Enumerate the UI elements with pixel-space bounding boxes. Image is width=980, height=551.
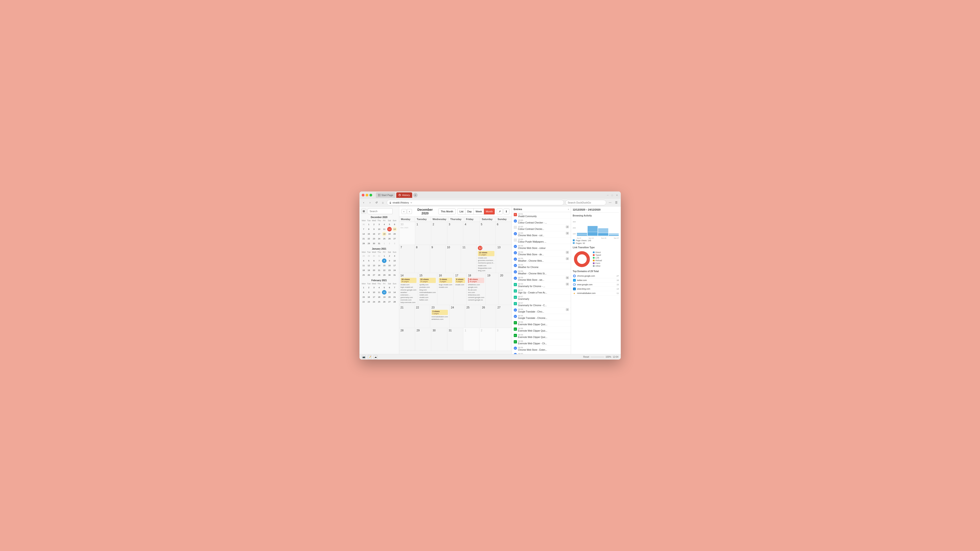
- cal-event-dec14[interactable]: 39 views 28 pages: [401, 278, 417, 283]
- status-sync-icon[interactable]: ☁: [374, 355, 378, 359]
- cal-cell-dec2[interactable]: 2: [431, 222, 447, 245]
- cal-next-button[interactable]: ›: [407, 209, 412, 214]
- reset-label[interactable]: Reset: [583, 356, 589, 358]
- entry-colour-contrast-2[interactable]: 10:00 Colour Contrast Checke... 2: [512, 225, 571, 231]
- cal-cell-dec12[interactable]: 12 13 views 11 pages vivaldi.comgrocerie…: [476, 245, 496, 273]
- cal-cell-dec3[interactable]: 3: [447, 222, 463, 245]
- cal-cell-jan2[interactable]: 2: [479, 328, 496, 351]
- entry-grammarly-chrome-2[interactable]: G 09:57 Grammarly for Chrome - C...: [512, 301, 571, 308]
- cal-cell-dec20[interactable]: 20: [499, 273, 512, 305]
- back-button[interactable]: ‹: [361, 200, 366, 205]
- entry-evernote-3[interactable]: E 09:56 Evernote Web Clipper Quic...: [512, 333, 571, 339]
- cal-cell-dec9[interactable]: 9: [430, 245, 445, 273]
- new-tab-button[interactable]: +: [413, 193, 418, 197]
- cal-cell-dec29[interactable]: 29: [415, 328, 431, 351]
- win-minimize-icon[interactable]: ─: [606, 194, 609, 197]
- cal-cell-dec1[interactable]: 1: [415, 222, 431, 245]
- entry-colour-purple[interactable]: 10:00 Colour Purple Wallpapers ...: [512, 238, 571, 244]
- domain-minimalistbaker[interactable]: ★ minimalistbaker.com 11: [573, 291, 619, 295]
- cal-cell-nov30[interactable]: 30 Dec 2020: [399, 222, 415, 245]
- entry-chrome-store-colour[interactable]: G 09:59 Chrome Web Store - colour: [512, 244, 571, 250]
- cal-cell-jan3[interactable]: 3: [496, 328, 512, 351]
- entry-grammarly-main[interactable]: G 09:57 Grammarly: [512, 295, 571, 301]
- cal-cell-dec27[interactable]: 27: [496, 305, 511, 328]
- cal-cell-dec25[interactable]: 25: [465, 305, 480, 328]
- url-bar[interactable]: vivaldi://history: [387, 200, 564, 205]
- cal-cell-dec5[interactable]: 5: [479, 222, 496, 245]
- tab-start-page[interactable]: Start Page: [376, 192, 396, 198]
- status-camera-icon[interactable]: 📷: [362, 355, 366, 359]
- cal-cell-dec31[interactable]: 31: [447, 328, 463, 351]
- entry-vivaldi-community[interactable]: V 10:01 Vivaldi Community: [512, 212, 571, 219]
- cal-cell-dec11[interactable]: 11: [461, 245, 476, 273]
- reload-button[interactable]: ↺: [374, 200, 379, 205]
- view-month-button[interactable]: Month: [484, 208, 495, 214]
- mini-search-input[interactable]: [368, 208, 393, 214]
- entry-evernote-ch[interactable]: E 09:56 Evernote Web Clipper - Ch...: [512, 339, 571, 346]
- cal-cell-dec8[interactable]: 8: [415, 245, 430, 273]
- cal-cell-dec16[interactable]: 16 3 views 3 pages bugs.vivaldi.comvival…: [438, 273, 454, 305]
- cal-cell-dec10[interactable]: 10: [445, 245, 461, 273]
- forward-button[interactable]: ›: [368, 200, 373, 205]
- view-week-button[interactable]: Week: [474, 208, 484, 214]
- cal-cell-dec26[interactable]: 26: [480, 305, 496, 328]
- cal-cell-dec21[interactable]: 21: [399, 305, 415, 328]
- cal-cell-dec7[interactable]: 7: [399, 245, 415, 273]
- win-close-icon[interactable]: ✕: [615, 194, 619, 197]
- domain-google[interactable]: www.google.com 15: [573, 283, 619, 287]
- cal-event-dec12[interactable]: 13 views 11 pages: [478, 251, 495, 256]
- entries-expand-icon[interactable]: ›: [568, 208, 569, 211]
- cal-cell-dec17[interactable]: 17 5 views 4 pages vivaldi.com: [454, 273, 467, 305]
- cal-cell-dec24[interactable]: 24: [449, 305, 465, 328]
- entry-chrome-store-de[interactable]: G 09:59 Chrome Web Store - de... 2: [512, 250, 571, 257]
- entry-grammarly-signup[interactable]: G 09:57 Sign Up - Create a Free Ac...: [512, 289, 571, 295]
- entry-weather-chrome-1[interactable]: G 09:59 Weather - Chrome Web... 2: [512, 257, 571, 263]
- status-notes-icon[interactable]: 📝: [368, 355, 372, 359]
- cal-cell-dec4[interactable]: 4: [463, 222, 479, 245]
- entry-chrome-store-ext[interactable]: G 09:56 Chrome Web Store - Exten...: [512, 346, 571, 352]
- entry-google-translate-2[interactable]: G 09:56 Google Translate - Chrome...: [512, 314, 571, 320]
- entry-evernote-1[interactable]: E 09:56 Evernote Web Clipper Quic...: [512, 320, 571, 327]
- entry-google-translate-1[interactable]: G 09:56 Google Translate - Chro... 2: [512, 308, 571, 314]
- close-button[interactable]: [362, 194, 364, 197]
- domain-bing[interactable]: b www.bing.com 13: [573, 287, 619, 291]
- entry-evernote-2[interactable]: E 09:56 Evernote Web Clipper Quic...: [512, 327, 571, 333]
- win-maximize-icon[interactable]: □: [611, 194, 614, 197]
- cal-cell-dec13[interactable]: 13: [496, 245, 511, 273]
- cal-event-dec17[interactable]: 5 views 4 pages: [455, 278, 465, 283]
- entry-weather-chrome-3[interactable]: G 09:59 Weather - Chrome Web St...: [512, 269, 571, 276]
- cal-cell-dec15[interactable]: 15 33 views 24 pages spotify.comyoutube.…: [418, 273, 438, 305]
- cal-event-dec18[interactable]: 49 views 29 pages: [468, 278, 484, 283]
- view-day-button[interactable]: Day: [465, 208, 474, 214]
- cal-cell-dec19[interactable]: 19: [486, 273, 499, 305]
- search-input[interactable]: [565, 200, 606, 205]
- extensions-button[interactable]: ⋯: [608, 200, 612, 205]
- entry-chrome-store-theme[interactable]: G 09:55 Chrome Web Store - Them...: [512, 352, 571, 354]
- zoom-slider[interactable]: [590, 357, 604, 357]
- cal-prev-button[interactable]: ‹: [401, 209, 407, 214]
- entry-colour-contrast-1[interactable]: G 10:00 Colour Contrast Checker - ...: [512, 219, 571, 225]
- view-list-button[interactable]: List: [458, 208, 465, 214]
- cal-event-dec16[interactable]: 3 views 3 pages: [439, 278, 452, 283]
- cal-cell-jan1[interactable]: 1: [463, 328, 479, 351]
- cal-cell-dec23[interactable]: 23 3 views 2 pages minimalistbaker.comwh…: [430, 305, 449, 328]
- cal-cell-dec30[interactable]: 30: [431, 328, 447, 351]
- maximize-button[interactable]: [369, 194, 372, 197]
- cal-export-button[interactable]: ↗: [497, 208, 503, 214]
- cal-cell-dec28[interactable]: 28: [399, 328, 415, 351]
- domain-chrome[interactable]: chrome.google.com 27: [573, 274, 619, 278]
- minimize-button[interactable]: [366, 194, 368, 197]
- cal-info-button[interactable]: ℹ: [504, 208, 509, 214]
- cal-cell-dec6[interactable]: 6: [496, 222, 512, 245]
- cal-cell-dec18[interactable]: 18 49 views 29 pages whitelines.comgoogl…: [467, 273, 486, 305]
- entry-chrome-store-we[interactable]: G 09:59 Chrome Web Store - we... 5: [512, 276, 571, 282]
- this-month-button[interactable]: This Month: [438, 208, 456, 214]
- cal-cell-dec14[interactable]: 14 39 views 28 pages vivaldi.comlogin.vi…: [399, 273, 418, 305]
- entry-weather-chrome-2[interactable]: G 09:59 Weather for Chrome: [512, 263, 571, 269]
- cal-event-dec23[interactable]: 3 views 2 pages: [431, 310, 448, 315]
- entry-grammarly-chrome[interactable]: G 09:59 Grammarly for Chrome - ... 2: [512, 282, 571, 289]
- cal-cell-dec22[interactable]: 22: [415, 305, 430, 328]
- entry-chrome-store-1[interactable]: G 10:00 Chrome Web Store - col... 3: [512, 231, 571, 238]
- tab-history[interactable]: History: [396, 192, 412, 198]
- settings-button[interactable]: ☰: [614, 200, 619, 205]
